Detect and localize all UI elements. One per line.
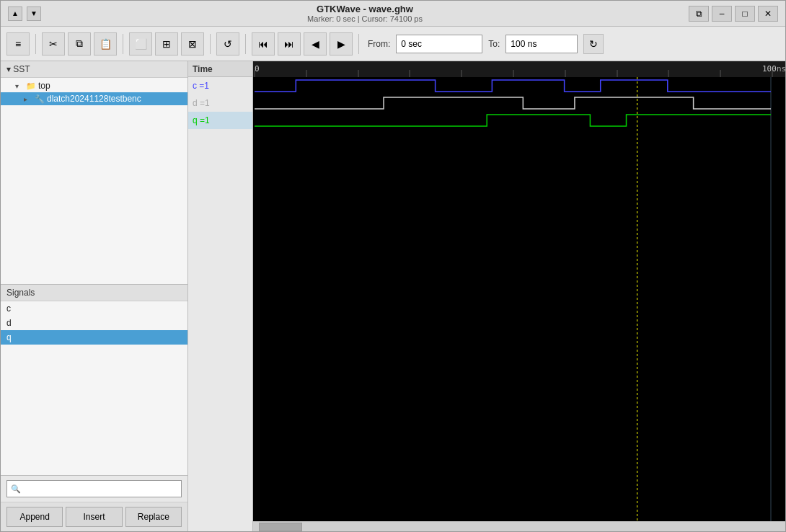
from-input[interactable] (396, 35, 482, 53)
sst-collapse-icon[interactable]: ▾ (6, 64, 11, 74)
select-all-button[interactable]: ⬜ (129, 32, 152, 56)
signal-item-c[interactable]: c (1, 301, 187, 316)
right-panel: Time c =1 d =1 q =1 (188, 61, 785, 531)
sst-header: ▾ SST (1, 61, 187, 78)
bottom-buttons: Append Insert Replace (1, 502, 187, 531)
h-scrollbar[interactable] (253, 521, 785, 531)
tree-item-top[interactable]: ▾ 📁 top (1, 79, 187, 92)
maximize-btn[interactable]: □ (735, 6, 755, 22)
close-btn[interactable]: ✕ (758, 6, 778, 22)
signals-list[interactable]: c d q (1, 301, 187, 475)
title-bar-right: ⧉ – □ ✕ (689, 6, 778, 22)
tree-item-dlatch[interactable]: ▸ 🔧 dlatch20241128testbenc (1, 92, 187, 105)
up-arrow-btn[interactable]: ▲ (8, 6, 22, 21)
toolbar: ≡ ✂ ⧉ 📋 ⬜ ⊞ ⊠ ↺ ⏮ ⏭ ◀ ▶ From: To: ↻ (1, 27, 785, 61)
toolbar-sep-1 (35, 34, 36, 54)
copy-button[interactable]: ⧉ (68, 32, 91, 56)
down-arrow-btn[interactable]: ▼ (27, 6, 41, 21)
signal-item-d[interactable]: d (1, 316, 187, 330)
zoom-fit-button[interactable]: ⊞ (155, 32, 178, 56)
from-label: From: (368, 39, 390, 49)
wave-label-q: q =1 (188, 112, 252, 129)
signal-labels-column: Time c =1 d =1 q =1 (188, 61, 253, 531)
insert-button[interactable]: Insert (66, 507, 122, 527)
undo-button[interactable]: ↺ (216, 32, 239, 56)
wave-label-d: d =1 (188, 94, 252, 112)
marker-info: Marker: 0 sec | Cursor: 74100 ps (41, 14, 689, 23)
prev-button[interactable]: ◀ (304, 32, 327, 56)
sst-section: ▾ SST ▾ 📁 top ▸ 🔧 dlatch20241128testben (1, 61, 187, 285)
title-center: GTKWave - wave.ghw Marker: 0 sec | Curso… (41, 4, 689, 23)
search-area: 🔍 (1, 476, 187, 502)
expand-icon-dlatch[interactable]: ▸ (24, 95, 32, 103)
wave-canvas[interactable] (253, 61, 785, 521)
toolbar-sep-3 (210, 34, 211, 54)
restore-btn[interactable]: ⧉ (689, 6, 709, 22)
wave-canvas-area[interactable] (253, 61, 785, 531)
replace-button[interactable]: Replace (125, 507, 182, 527)
first-button[interactable]: ⏮ (252, 32, 275, 56)
menu-button[interactable]: ≡ (6, 32, 30, 56)
search-input[interactable] (6, 480, 182, 497)
toolbar-sep-5 (358, 34, 359, 54)
search-wrapper: 🔍 (6, 480, 182, 497)
wave-container: Time c =1 d =1 q =1 (188, 61, 785, 531)
signals-section: Signals c d q (1, 285, 187, 476)
time-label: Time (188, 61, 252, 77)
next-button[interactable]: ▶ (330, 32, 353, 56)
sst-title: SST (13, 64, 30, 74)
main-area: ▾ SST ▾ 📁 top ▸ 🔧 dlatch20241128testben (1, 61, 785, 531)
title-bar: ▲ ▼ GTKWave - wave.ghw Marker: 0 sec | C… (1, 1, 785, 27)
append-button[interactable]: Append (6, 507, 63, 527)
h-scroll-thumb[interactable] (259, 523, 302, 531)
signal-item-q[interactable]: q (1, 330, 187, 345)
toolbar-sep-4 (245, 34, 246, 54)
wave-label-c: c =1 (188, 77, 252, 94)
tree-label-top: top (38, 81, 50, 91)
app-title: GTKWave - wave.ghw (41, 4, 689, 14)
refresh-button[interactable]: ↻ (583, 34, 604, 54)
sst-tree[interactable]: ▾ 📁 top ▸ 🔧 dlatch20241128testbenc (1, 78, 187, 284)
component-icon-dlatch: 🔧 (35, 94, 45, 104)
expand-icon-top[interactable]: ▾ (15, 82, 24, 90)
cut-button[interactable]: ✂ (42, 32, 65, 56)
zoom-cursor-button[interactable]: ⊠ (181, 32, 204, 56)
to-input[interactable] (505, 35, 578, 53)
toolbar-sep-2 (123, 34, 123, 54)
folder-icon-top: 📁 (26, 81, 36, 91)
minimize-btn[interactable]: – (712, 6, 732, 22)
paste-button[interactable]: 📋 (94, 32, 117, 56)
signals-header: Signals (1, 285, 187, 301)
to-label: To: (488, 39, 500, 49)
search-icon: 🔍 (11, 484, 21, 494)
title-bar-left: ▲ ▼ (8, 6, 41, 21)
left-panel: ▾ SST ▾ 📁 top ▸ 🔧 dlatch20241128testben (1, 61, 188, 531)
last-button[interactable]: ⏭ (278, 32, 301, 56)
tree-label-dlatch: dlatch20241128testbenc (47, 94, 141, 104)
